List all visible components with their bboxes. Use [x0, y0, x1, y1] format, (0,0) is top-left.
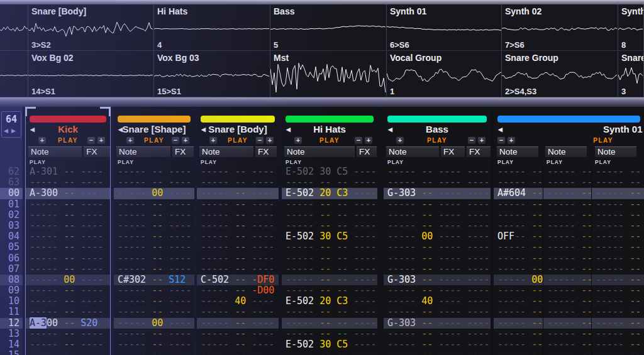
line-number-63[interactable]: 63 [0, 177, 23, 188]
note-column-header[interactable]: Note [28, 146, 82, 157]
pattern-row-11[interactable]: ----- -- ---- [26, 307, 110, 317]
note-column-header[interactable]: Note [497, 146, 538, 157]
pattern-row-09[interactable]: ----- -- [592, 285, 644, 296]
track-color-bar[interactable] [497, 116, 640, 123]
pattern-row-00[interactable]: E-502 20 C3 ---- [282, 188, 377, 199]
pattern-row-63[interactable]: ----- -- ---- [197, 177, 279, 188]
pattern-row-06[interactable]: ----- -- ---- ---- [384, 253, 491, 264]
plus-column-button[interactable]: + [97, 136, 106, 145]
pattern-row-62[interactable]: ----- -- [592, 167, 644, 177]
pattern-row-63[interactable]: ----- -- [592, 177, 644, 188]
pattern-row-01[interactable]: ----- -- [543, 199, 591, 210]
fx-column-header[interactable]: FX [357, 146, 377, 157]
scope-panel-synth[interactable]: Synth8 [618, 4, 644, 50]
pattern-row-00[interactable]: A-300 -- ---- [26, 188, 110, 199]
plus-column-button[interactable]: + [507, 136, 516, 145]
scope-panel-partial-1-0[interactable] [0, 51, 28, 97]
pattern-row-05[interactable]: ----- -- [543, 242, 591, 253]
pattern-row-09[interactable]: ----- -- ---- [114, 285, 194, 296]
note-column-header[interactable]: Note [199, 146, 253, 157]
pattern-row-09[interactable]: ----- -- -- ---- [282, 285, 377, 296]
pattern-row-02[interactable]: ----- -- ---- ---- [384, 210, 491, 221]
scope-panel-synth-02[interactable]: Synth 027>S6 [502, 4, 618, 50]
pattern-row-12[interactable]: ----- 00 ---- [114, 318, 194, 329]
pattern-row-63[interactable]: ----- -- [543, 177, 591, 188]
pattern-row-63[interactable]: ----- -- ---- [114, 177, 194, 188]
fx-column-header[interactable]: FX [467, 146, 491, 157]
pattern-row-03[interactable]: ----- -- ---- [114, 221, 194, 231]
minus-column-button[interactable]: − [467, 136, 476, 145]
note-column-header[interactable]: Note [116, 146, 170, 157]
line-number-09[interactable]: 09 [0, 285, 23, 296]
pattern-row-14[interactable]: E-502 30 C5 ---- [282, 339, 377, 350]
plus-column-button[interactable]: + [396, 136, 404, 145]
pattern-row-13[interactable]: ----- -- [543, 329, 591, 339]
pattern-row-10[interactable]: ----- -- [592, 296, 644, 307]
pattern-row-10[interactable]: ----- -- ---- [114, 296, 194, 307]
pattern-row-09[interactable]: ----- -- ---- [26, 285, 110, 296]
pattern-row-08[interactable]: ----- -- -- ---- [282, 275, 377, 285]
track-title[interactable]: Synth 01 [603, 124, 643, 134]
pattern-row-04[interactable]: ----- 00 ---- ---- [384, 231, 491, 242]
pattern-row-04[interactable]: ----- -- [543, 231, 591, 242]
line-number-11[interactable]: 11 [0, 307, 23, 317]
track-play-button[interactable]: PLAY [319, 137, 340, 144]
collapse-track-icon[interactable]: ◀ [286, 126, 291, 133]
track-play-button[interactable]: PLAY [58, 137, 78, 144]
pattern-row-03[interactable]: ----- -- -- ---- [282, 221, 377, 231]
pattern-row-15[interactable]: ----- -- [543, 350, 591, 355]
pattern-row-62[interactable]: E-502 30 C5 ---- [282, 167, 377, 177]
pattern-row-14[interactable]: ----- -- ---- ---- [384, 339, 491, 350]
pattern-row-14[interactable]: ----- -- ---- [114, 339, 194, 350]
pattern-row-04[interactable]: E-502 30 C5 ---- [282, 231, 377, 242]
pattern-row-14[interactable]: ----- -- [592, 339, 644, 350]
collapse-track-icon[interactable]: ◀ [30, 126, 35, 133]
pattern-row-05[interactable]: ----- -- -- ---- [282, 242, 377, 253]
pattern-row-06[interactable]: ----- -- ---- [114, 253, 194, 264]
note-column-header[interactable]: Note [545, 146, 587, 157]
track-play-button[interactable]: PLAY [144, 137, 164, 144]
pattern-row-63[interactable]: ----- -- -- ---- [282, 177, 377, 188]
scope-panel-snare-body[interactable]: Snare [Body]3>S2 [28, 4, 154, 50]
pattern-row-02[interactable]: ----- -- [592, 210, 644, 221]
pattern-row-00[interactable]: ----- 00 ---- [114, 188, 194, 199]
pattern-row-00[interactable]: ----- -- ---- [197, 188, 279, 199]
line-number-12[interactable]: 12 [0, 318, 23, 329]
minus-column-button[interactable]: − [497, 136, 506, 145]
scope-panel-vox-bg-02[interactable]: Vox Bg 0214>S1 [28, 51, 154, 97]
pattern-row-04[interactable]: ----- -- ---- [114, 231, 194, 242]
pattern-row-10[interactable]: ----- -- [543, 296, 591, 307]
scope-panel-synth-01[interactable]: Synth 016>S6 [387, 4, 502, 50]
fx-column-header[interactable]: FX [172, 146, 194, 157]
line-number-07[interactable]: 07 [0, 264, 23, 275]
collapse-track-icon[interactable]: ◀ [388, 126, 392, 133]
pattern-row-15[interactable]: ----- -- [592, 350, 644, 355]
pattern-row-11[interactable]: ----- -- ---- [197, 307, 279, 317]
pattern-row-15[interactable]: ----- -- [494, 350, 543, 355]
pattern-row-07[interactable]: ----- -- ---- ---- [384, 264, 491, 275]
scope-panel-partial-0-0[interactable] [0, 4, 28, 50]
track-title[interactable]: Hi Hats [313, 124, 346, 134]
pattern-row-12[interactable]: ----- -- [592, 318, 644, 329]
line-number-05[interactable]: 05 [0, 242, 23, 253]
pattern-row-02[interactable]: ----- -- -- ---- [282, 210, 377, 221]
pattern-row-11[interactable]: ----- -- [543, 307, 591, 317]
pattern-row-07[interactable]: ----- -- -- ---- [282, 264, 377, 275]
line-number-10[interactable]: 10 [0, 296, 23, 307]
pattern-row-11[interactable]: ----- -- ---- [114, 307, 194, 317]
pattern-row-08[interactable]: ----- 00 ---- [26, 275, 110, 285]
track-color-bar[interactable] [387, 116, 487, 123]
line-number-00[interactable]: 00 [0, 188, 23, 199]
fx-column-header[interactable]: FX [255, 146, 277, 157]
plus-column-button[interactable]: + [38, 136, 47, 145]
pattern-row-13[interactable]: ----- -- -- ---- [282, 329, 377, 339]
pattern-row-04[interactable]: ----- -- [592, 231, 644, 242]
fx-column-header[interactable]: FX [441, 146, 465, 157]
pattern-length-box[interactable]: 64 ◀▶ [1, 111, 21, 138]
pattern-row-13[interactable]: ----- -- ---- ---- [384, 329, 491, 339]
scope-panel-vocal-group[interactable]: Vocal Group1 [387, 51, 502, 97]
scope-panel-snare[interactable]: Snare3 [618, 51, 644, 97]
line-number-13[interactable]: 13 [0, 329, 23, 339]
scope-panel-mst[interactable]: Mst [270, 51, 387, 97]
pattern-row-06[interactable]: ----- -- [592, 253, 644, 264]
